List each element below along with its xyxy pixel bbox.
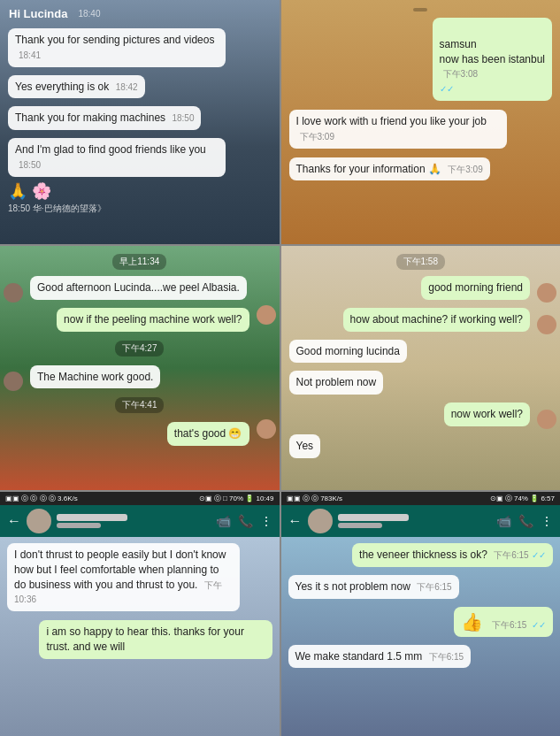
cell6-status-bar: ▣▣ ⓪ ⓪ 783K/s ⊙▣ ⓪ 74% 🔋 6:57 — [281, 492, 561, 505]
cell5-video-icon[interactable]: 📹 — [216, 514, 231, 528]
cell2-bubble-2: Thanks for your information 🙏 下午3:09 — [289, 157, 490, 181]
cell5-more-icon[interactable]: ⋮ — [260, 514, 272, 528]
cell5-phone-icon[interactable]: 📞 — [238, 514, 253, 528]
cell3-avatar-5 — [257, 419, 276, 439]
cell6-bubble-2: 👍 下午6:15 ✓✓ — [454, 607, 553, 637]
cell5-bubble-0: I don't thrust to people easily but I do… — [7, 543, 240, 611]
cell4-avatar-1 — [537, 315, 556, 334]
cell6-status-left: ▣▣ ⓪ ⓪ 783K/s — [287, 494, 343, 503]
cell5-status-bar: ▣▣ ⓪ ⓪ ⓪ ⓪ 3.6K/s ⊙▣ ⓪ □ 70% 🔋 10:49 — [0, 492, 280, 505]
cell6-bubble-3: We make standard 1.5 mm 下午6:15 — [288, 645, 472, 669]
cell5-contact-name — [57, 514, 211, 528]
cell1-bubble-2: Thank you for making machines 18:50 — [8, 106, 201, 130]
cell4-bubble-3: Not problem now — [289, 371, 384, 395]
cell-6: ▣▣ ⓪ ⓪ 783K/s ⊙▣ ⓪ 74% 🔋 6:57 ← 📹 📞 ⋮ — [281, 492, 561, 736]
cell3-avatar-0 — [4, 283, 23, 303]
cell5-back-btn[interactable]: ← — [7, 513, 21, 529]
cell-4: 下午1:58 good morning friend how about mac… — [281, 246, 561, 490]
cell-5: ▣▣ ⓪ ⓪ ⓪ ⓪ 3.6K/s ⊙▣ ⓪ □ 70% 🔋 10:49 ← 📹… — [0, 492, 280, 736]
cell1-header: Hi Lucinda — [4, 5, 73, 22]
cell1-header-time: 18:40 — [78, 9, 100, 19]
cell5-status-left: ▣▣ ⓪ ⓪ ⓪ ⓪ 3.6K/s — [5, 494, 78, 503]
cell4-bubble-5: Yes — [289, 434, 321, 458]
cell2-timestamp — [413, 8, 427, 12]
cell5-status-right: ⊙▣ ⓪ □ 70% 🔋 10:49 — [199, 494, 274, 503]
cell1-bubble-3: And I'm glad to find good friends like y… — [8, 138, 226, 177]
cell-2: samsun now has been istanbul 下午3:08 ✓✓ I… — [281, 0, 561, 244]
cell6-bubble-1: Yes it s not problem now 下午6:15 — [288, 575, 459, 599]
cell3-avatar-1 — [257, 305, 276, 325]
cell4-avatar-4 — [537, 410, 556, 429]
cell3-avatar-2 — [4, 372, 23, 391]
cell3-bubble-0: Good afternoon Lucinda....we peel Albasi… — [30, 276, 247, 300]
cell2-bubble-1: I love work with u friend you like your … — [289, 110, 507, 149]
cell6-avatar — [308, 509, 333, 533]
cell3-time1: 下午4:27 — [115, 341, 164, 356]
cell4-bubble-2: Good morning lucinda — [289, 340, 407, 364]
cell1-footer: 18:50 华·巴纳德的望落》 — [8, 203, 272, 215]
cell6-status-right: ⊙▣ ⓪ 74% 🔋 6:57 — [490, 494, 555, 503]
cell3-bubble-3: The Machine work good. — [30, 365, 160, 389]
cell4-bubble-4: now work well? — [444, 402, 530, 426]
cell6-video-icon[interactable]: 📹 — [496, 514, 511, 528]
cell1-bubble-0: Thank you for sending pictures and video… — [8, 28, 226, 67]
cell3-bubble-5: that's good 😁 — [167, 422, 249, 446]
cell4-avatar-0 — [537, 283, 556, 303]
cell6-chat-header: ← 📹 📞 ⋮ — [281, 505, 561, 537]
cell6-phone-icon[interactable]: 📞 — [518, 514, 533, 528]
cell1-bubble-1: Yes everything is ok 18:42 — [8, 75, 145, 99]
cell6-icons: 📹 📞 ⋮ — [496, 514, 553, 528]
cell-3: 早上11:34 Good afternoon Lucinda....we pee… — [0, 246, 280, 490]
cell6-more-icon[interactable]: ⋮ — [541, 514, 553, 528]
cell6-back-btn[interactable]: ← — [288, 513, 303, 529]
cell3-time2: 下午4:41 — [115, 397, 164, 413]
cell3-timestamp: 早上11:34 — [112, 254, 166, 270]
cell5-icons: 📹 📞 ⋮ — [216, 514, 272, 528]
cell6-chat-area: the veneer thickness is ok? 下午6:15 ✓✓ Ye… — [281, 537, 561, 736]
cell1-emoji: 🙏 🌸 — [8, 181, 272, 201]
main-grid: Hi Lucinda 18:40 Thank you for sending p… — [0, 0, 560, 736]
cell5-chat-area: I don't thrust to people easily but I do… — [0, 537, 280, 736]
cell6-contact-name — [338, 514, 492, 528]
cell5-bubble-1: i am so happy to hear this. thanks for y… — [39, 620, 272, 659]
cell4-timestamp: 下午1:58 — [396, 254, 445, 270]
cell5-avatar — [27, 509, 51, 533]
cell3-bubble-1: now if the peeling machine work well? — [57, 308, 249, 332]
cell5-chat-header: ← 📹 📞 ⋮ — [0, 505, 280, 537]
cell6-bubble-0: the veneer thickness is ok? 下午6:15 ✓✓ — [352, 543, 553, 567]
cell4-bubble-0: good morning friend — [421, 276, 530, 300]
cell4-bubble-1: how about machine? if working well? — [343, 308, 530, 332]
cell-1: Hi Lucinda 18:40 Thank you for sending p… — [0, 0, 280, 244]
cell2-bubble-0: samsun now has been istanbul 下午3:08 ✓✓ — [433, 18, 552, 101]
